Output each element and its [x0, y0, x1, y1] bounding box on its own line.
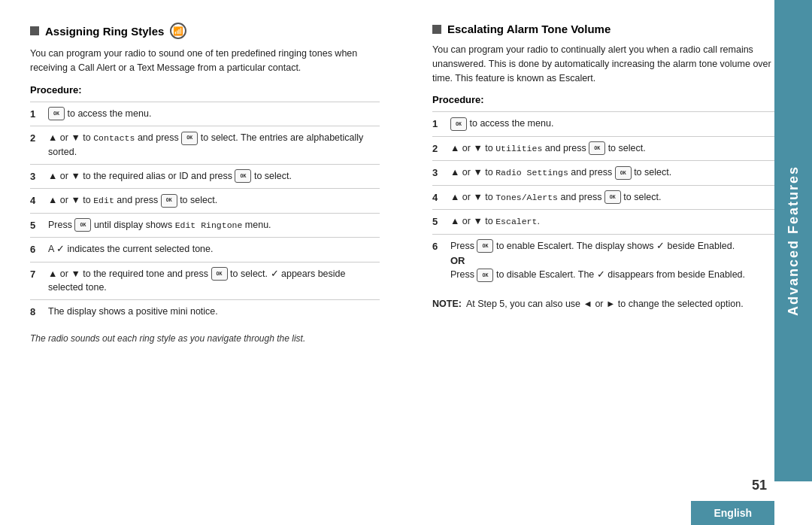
right-step-5: 5 ▲ or ▼ to Escalert. [432, 209, 782, 234]
menu-icon-step7: OK [211, 267, 228, 281]
menu-icon-step5: OK [74, 218, 91, 232]
left-step-1: 1 OK to access the menu. [30, 102, 380, 126]
right-section-title: Escalating Alarm Tone Volume [432, 23, 782, 35]
left-steps-list: 1 OK to access the menu. 2 ▲ or ▼ to Con… [30, 102, 380, 324]
left-intro: You can program your radio to sound one … [30, 47, 380, 75]
left-column: Assigning Ring Styles 📶 You can program … [30, 23, 395, 502]
page-number: 51 [752, 478, 767, 493]
right-menu-icon-6b: OK [477, 269, 493, 282]
right-column: Escalating Alarm Tone Volume You can pro… [425, 23, 782, 502]
page-container: Assigning Ring Styles 📶 You can program … [0, 0, 812, 525]
sidebar-text: Advanced Features [786, 165, 801, 316]
right-menu-icon-3: OK [615, 166, 632, 180]
left-section-title: Assigning Ring Styles 📶 [30, 23, 380, 39]
left-step-8: 8 The display shows a positive mini noti… [30, 299, 380, 324]
left-step-5: 5 Press OK until display shows Edit Ring… [30, 213, 380, 238]
content-area: Assigning Ring Styles 📶 You can program … [30, 23, 782, 502]
note-label: NOTE: [432, 297, 462, 311]
right-menu-icon-2: OK [589, 141, 605, 155]
right-step-6: 6 Press OK to enable Escalert. The displ… [432, 234, 782, 287]
right-menu-icon-6a: OK [477, 239, 493, 253]
left-step-2: 2 ▲ or ▼ to Contacts and press OK to sel… [30, 126, 380, 164]
square-icon-right [432, 25, 441, 34]
square-icon-left [30, 26, 39, 35]
note-block: NOTE: At Step 5, you can also use ◄ or ►… [432, 297, 782, 311]
menu-icon-step3: OK [235, 169, 251, 183]
right-menu-icon-4: OK [604, 190, 621, 204]
left-step-7: 7 ▲ or ▼ to the required tone and press … [30, 262, 380, 300]
right-step-3: 3 ▲ or ▼ to Radio Settings and press OK … [432, 160, 782, 185]
right-intro: You can program your radio to continuall… [432, 43, 782, 85]
right-step-4: 4 ▲ or ▼ to Tones/Alerts and press OK to… [432, 185, 782, 210]
right-step-1: 1 OK to access the menu. [432, 111, 782, 136]
right-steps-list: 1 OK to access the menu. 2 ▲ or ▼ to Uti… [432, 111, 782, 287]
left-step-6: 6 A ✓ indicates the current selected ton… [30, 237, 380, 262]
note-text: At Step 5, you can also use ◄ or ► to ch… [466, 297, 744, 311]
left-step-4: 4 ▲ or ▼ to Edit and press OK to select. [30, 188, 380, 213]
right-title-text: Escalating Alarm Tone Volume [447, 23, 611, 35]
left-title-text: Assigning Ring Styles [45, 25, 164, 38]
menu-icon-step1: OK [48, 107, 65, 120]
right-procedure-label: Procedure: [432, 94, 782, 105]
left-italic-note: The radio sounds out each ring style as … [30, 332, 380, 345]
left-step-3: 3 ▲ or ▼ to the required alias or ID and… [30, 164, 380, 189]
left-procedure-label: Procedure: [30, 84, 380, 96]
right-menu-icon-1: OK [450, 117, 467, 131]
right-step-2: 2 ▲ or ▼ to Utilities and press OK to se… [432, 136, 782, 161]
menu-icon-step4: OK [161, 194, 177, 208]
menu-icon-step2: OK [181, 132, 198, 145]
sidebar-label: Advanced Features [774, 0, 812, 481]
wifi-icon: 📶 [170, 23, 186, 39]
english-badge: English [691, 501, 774, 525]
